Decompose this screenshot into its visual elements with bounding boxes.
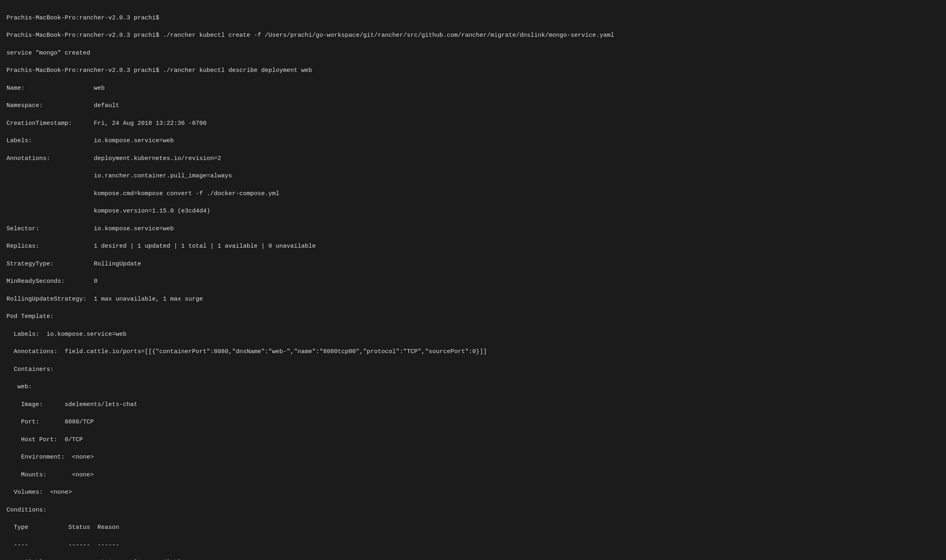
line-23-text: Image: sdelements/lets-chat (6, 401, 137, 408)
line-3-text: service "mongo" created (6, 50, 90, 57)
line-13-text: Selector: io.kompose.service=web (6, 225, 174, 232)
terminal-output: Prachis-MacBook-Pro:rancher-v2.0.3 prach… (6, 5, 940, 560)
line-31: ---- ------ ------ (6, 541, 940, 550)
line-12: kompose.version=1.15.0 (e3cd4d4) (6, 207, 940, 216)
line-7-text: CreationTimestamp: Fri, 24 Aug 2018 13:2… (6, 120, 207, 127)
line-6: Namespace: default (6, 101, 940, 110)
line-16-text: MinReadySeconds: 0 (6, 278, 97, 285)
line-9-text: Annotations: deployment.kubernetes.io/re… (6, 155, 221, 162)
line-8-text: Labels: io.kompose.service=web (6, 137, 174, 144)
line-18: Pod Template: (6, 312, 940, 321)
line-10-text: io.rancher.container.pull_image=always (6, 173, 232, 179)
line-8: Labels: io.kompose.service=web (6, 137, 940, 145)
line-20-text: Annotations: field.cattle.io/ports=[[{"c… (6, 348, 487, 355)
line-11: kompose.cmd=kompose convert -f ./docker-… (6, 189, 940, 198)
line-17: RollingUpdateStrategy: 1 max unavailable… (6, 295, 940, 304)
line-5: Name: web (6, 84, 940, 93)
line-4: Prachis-MacBook-Pro:rancher-v2.0.3 prach… (6, 66, 940, 75)
line-3: service "mongo" created (6, 49, 940, 58)
line-24: Port: 8080/TCP (6, 418, 940, 427)
line-15-text: StrategyType: RollingUpdate (6, 261, 141, 267)
line-27-text: Mounts: <none> (6, 472, 94, 478)
line-19: Labels: io.kompose.service=web (6, 330, 940, 339)
line-28: Volumes: <none> (6, 488, 940, 497)
line-29-text: Conditions: (6, 507, 46, 514)
line-23: Image: sdelements/lets-chat (6, 400, 940, 409)
line-12-text: kompose.version=1.15.0 (e3cd4d4) (6, 208, 210, 215)
line-9: Annotations: deployment.kubernetes.io/re… (6, 154, 940, 163)
line-20: Annotations: field.cattle.io/ports=[[{"c… (6, 347, 940, 356)
line-29: Conditions: (6, 506, 940, 515)
line-31-text: ---- ------ ------ (6, 542, 119, 549)
line-27: Mounts: <none> (6, 471, 940, 480)
line-11-text: kompose.cmd=kompose convert -f ./docker-… (6, 190, 279, 197)
line-26-text: Environment: <none> (6, 454, 94, 461)
line-30: Type Status Reason (6, 523, 940, 532)
line-2-text: Prachis-MacBook-Pro:rancher-v2.0.3 prach… (6, 32, 614, 39)
line-13: Selector: io.kompose.service=web (6, 225, 940, 234)
line-1-text: Prachis-MacBook-Pro:rancher-v2.0.3 prach… (6, 15, 163, 21)
line-32: Available True MinimumReplicasAvailable (6, 558, 940, 560)
line-24-text: Port: 8080/TCP (6, 419, 94, 425)
line-17-text: RollingUpdateStrategy: 1 max unavailable… (6, 296, 203, 303)
line-2: Prachis-MacBook-Pro:rancher-v2.0.3 prach… (6, 31, 940, 40)
line-6-text: Namespace: default (6, 102, 119, 109)
line-1: Prachis-MacBook-Pro:rancher-v2.0.3 prach… (6, 14, 940, 23)
line-22-text: web: (6, 383, 32, 390)
line-28-text: Volumes: <none> (6, 489, 72, 496)
line-5-text: Name: web (6, 85, 105, 92)
line-21-text: Containers: (6, 366, 54, 373)
line-21: Containers: (6, 365, 940, 374)
line-4-text: Prachis-MacBook-Pro:rancher-v2.0.3 prach… (6, 67, 312, 74)
line-15: StrategyType: RollingUpdate (6, 260, 940, 269)
line-25-text: Host Port: 0/TCP (6, 436, 83, 443)
line-16: MinReadySeconds: 0 (6, 277, 940, 286)
line-19-text: Labels: io.kompose.service=web (6, 331, 127, 338)
line-18-text: Pod Template: (6, 313, 54, 320)
line-7: CreationTimestamp: Fri, 24 Aug 2018 13:2… (6, 119, 940, 128)
line-30-text: Type Status Reason (6, 524, 119, 531)
line-26: Environment: <none> (6, 453, 940, 462)
line-14-text: Replicas: 1 desired | 1 updated | 1 tota… (6, 243, 316, 250)
line-10: io.rancher.container.pull_image=always (6, 172, 940, 181)
line-14: Replicas: 1 desired | 1 updated | 1 tota… (6, 242, 940, 251)
line-22: web: (6, 383, 940, 392)
line-25: Host Port: 0/TCP (6, 436, 940, 444)
